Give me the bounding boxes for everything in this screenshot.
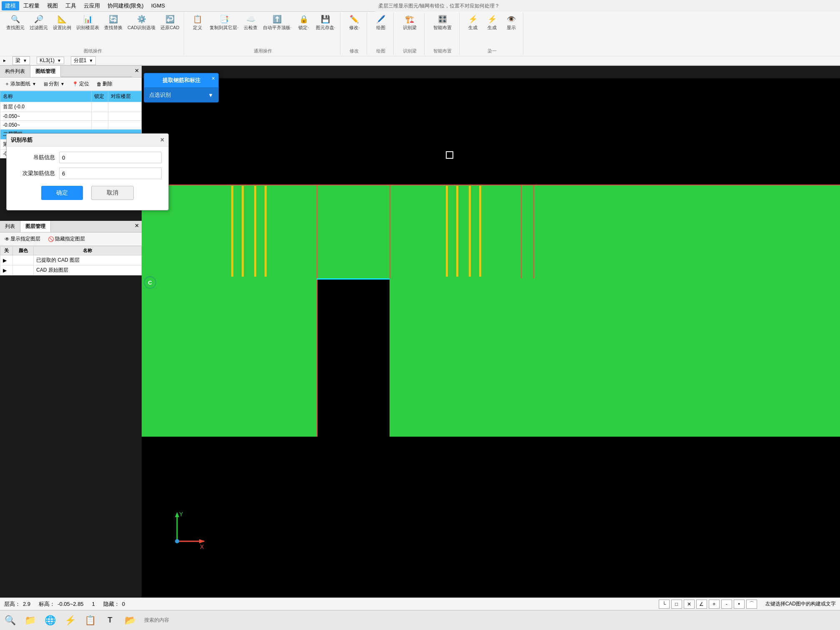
drawing-panel-toolbar: ＋ 添加图纸 ▼ ⊞ 分割 ▼ 📍 定位 🗑 删除	[0, 78, 142, 91]
btn-auto-align[interactable]: ⬆️ 自动平齐顶板·	[261, 13, 294, 32]
selector-dot: ▸	[3, 58, 6, 63]
layer-panel-tabs: 列表 图层管理 ✕	[0, 221, 142, 232]
cancel-button[interactable]: 取消	[91, 186, 134, 200]
btn-find-element[interactable]: 🔍 查找图元	[4, 13, 27, 32]
svg-marker-4	[199, 539, 205, 543]
btn-modify[interactable]: ✏️ 修改·	[345, 13, 363, 32]
taskbar-item-6[interactable]: T	[100, 610, 120, 630]
menu-igms[interactable]: IGMS	[148, 2, 168, 10]
btn-identify-beam[interactable]: 🏗️ 识别梁	[400, 13, 419, 32]
panel-close-btn[interactable]: ✕	[132, 66, 142, 77]
ribbon-buttons-identify-beam: 🏗️ 识别梁	[400, 13, 419, 47]
expand-arrow-1[interactable]: ▶	[3, 258, 7, 263]
menu-jiemo[interactable]: 建模	[2, 1, 19, 10]
ribbon-section-title-drawings: 图纸操作	[84, 47, 102, 54]
btn-display[interactable]: 👁️ 显示	[502, 13, 520, 32]
btn-identify-floor-table[interactable]: 📊 识别楼层表	[74, 13, 101, 32]
btn-restore-cad[interactable]: ↩️ 还原CAD	[158, 13, 181, 32]
table-row[interactable]: 首层 (-0.0	[0, 102, 142, 112]
btn-add-drawing[interactable]: ＋ 添加图纸 ▼	[2, 79, 39, 89]
split-dropdown-icon: ▼	[60, 82, 65, 86]
menu-gongchengliang[interactable]: 工程量	[20, 1, 43, 10]
ribbon-section-identify-beam: 🏗️ 识别梁 识别梁	[395, 12, 425, 55]
btn-set-scale[interactable]: 📐 设置比例	[51, 13, 73, 32]
ribbon-section-title-modify: 修改	[350, 47, 359, 54]
tool-plus[interactable]: +	[709, 600, 720, 609]
stirrup-input[interactable]	[59, 152, 162, 163]
tool-angle[interactable]: ∠	[696, 600, 707, 609]
btn-generate1[interactable]: ⚡ 生成	[464, 13, 482, 32]
main-canvas[interactable]: C Y X	[142, 78, 840, 609]
secondary-stirrup-input[interactable]	[59, 168, 162, 179]
beam-dropdown-arrow: ▼	[23, 58, 27, 63]
beam-bottom-right	[390, 278, 840, 437]
ribbon-buttons-common: 📋 定义 📑 复制到其它层· ☁️ 云检查 ⬆️ 自动平齐顶板· 🔒	[188, 13, 337, 47]
taskbar-search: 搜索的内容	[140, 617, 840, 624]
taskbar-item-7[interactable]: 📂	[120, 610, 140, 630]
taskbar-item-2[interactable]: 📁	[20, 610, 40, 630]
btn-hide-layer[interactable]: 🚫 隐藏指定图层	[45, 234, 88, 244]
btn-split[interactable]: ⊞ 分割 ▼	[41, 79, 68, 89]
floor-dropdown-arrow: ▼	[89, 58, 93, 63]
coord-axis-svg: Y X	[165, 512, 206, 554]
taskbar-item-3[interactable]: 🌐	[40, 610, 60, 630]
field-secondary-stirrup: 次梁加筋信息	[13, 168, 162, 179]
layer-panel-toolbar: 👁 显示指定图层 🚫 隐藏指定图层	[0, 232, 142, 246]
draw-icon: 🖊️	[376, 15, 385, 24]
tab-component-list[interactable]: 构件列表	[0, 66, 30, 77]
grid-line-h1	[142, 185, 840, 185]
ribbon-section-drawings: 🔍 查找图元 🔎 过滤图元 📐 设置比例 📊 识别楼层表 🔄 查找	[2, 12, 184, 55]
taskbar-item-5[interactable]: 📋	[80, 610, 100, 630]
tool-curve[interactable]: ⌒	[746, 600, 757, 609]
identify-close-btn[interactable]: ×	[160, 136, 164, 144]
dropdown-arrow-extract[interactable]: ▼	[208, 92, 213, 98]
confirm-button[interactable]: 确定	[41, 186, 83, 200]
table-row[interactable]: -0.050~	[0, 112, 142, 121]
btn-generate2[interactable]: ⚡ 生成	[483, 13, 501, 32]
tool-select[interactable]: └	[659, 600, 670, 609]
layer-row[interactable]: ▶ CAD 原始图层	[0, 265, 142, 275]
btn-define[interactable]: 📋 定义	[188, 13, 207, 32]
ribbon-section-title-smart-layout: 智能布置	[433, 47, 452, 54]
menu-yunyingyong[interactable]: 云应用	[80, 1, 103, 10]
taskbar: 🔍 📁 🌐 ⚡ 📋 T 📂 搜索的内容	[0, 610, 840, 630]
expand-arrow-2[interactable]: ▶	[3, 268, 7, 273]
selector-kl[interactable]: KL3(1) ▼	[37, 57, 64, 64]
selector-floor[interactable]: 分层1 ▼	[71, 56, 96, 65]
menu-gongju[interactable]: 工具	[62, 1, 80, 10]
btn-cad-identify-options[interactable]: ⚙️ CAD识别选项	[125, 13, 158, 32]
field-stirrup: 吊筋信息	[13, 152, 162, 163]
btn-filter-element[interactable]: 🔎 过滤图元	[28, 13, 50, 32]
layer-row[interactable]: ▶ 已提取的 CAD 图层	[0, 255, 142, 265]
menu-xietong[interactable]: 协同建模(限免)	[104, 1, 147, 10]
rebar-line-4	[265, 186, 267, 277]
menu-shitu[interactable]: 视图	[44, 1, 61, 10]
table-row[interactable]: -0.050~	[0, 121, 142, 130]
btn-locate[interactable]: 📍 定位	[69, 79, 92, 89]
tool-rect[interactable]: □	[671, 600, 682, 609]
btn-cloud-check[interactable]: ☁️ 云检查	[242, 13, 260, 32]
col-floor: 对应楼层	[108, 91, 142, 102]
btn-draw[interactable]: 🖊️ 绘图	[372, 13, 390, 32]
layer-panel-close[interactable]: ✕	[132, 221, 142, 232]
btn-lock[interactable]: 🔒 锁定·	[295, 13, 313, 32]
btn-save-element[interactable]: 💾 图元存盘·	[314, 13, 338, 32]
btn-delete[interactable]: 🗑 删除	[94, 79, 115, 89]
selector-beam[interactable]: 梁 ▼	[12, 56, 30, 65]
btn-find-replace[interactable]: 🔄 查找替换	[102, 13, 125, 32]
extract-close-btn[interactable]: ×	[212, 75, 215, 82]
btn-show-layer[interactable]: 👁 显示指定图层	[2, 234, 43, 244]
tab-drawing-management[interactable]: 图纸管理	[30, 66, 61, 77]
taskbar-item-4[interactable]: ⚡	[60, 610, 80, 630]
identify-dialog-title: 识别吊筋	[11, 136, 32, 144]
col-name: 名称	[0, 91, 92, 102]
btn-smart-layout[interactable]: 🎛️ 智能布置	[431, 13, 454, 32]
btn-click-identify[interactable]: 点选识别 ▼	[144, 88, 218, 102]
btn-copy-to-other[interactable]: 📑 复制到其它层·	[208, 13, 240, 32]
tool-dot[interactable]: •	[734, 600, 745, 609]
tool-minus[interactable]: -	[721, 600, 732, 609]
taskbar-item-1[interactable]: 🔍	[0, 610, 20, 630]
tab-layer-management[interactable]: 图层管理	[20, 221, 51, 232]
tab-list[interactable]: 列表	[0, 221, 20, 232]
tool-cross[interactable]: ✕	[684, 600, 695, 609]
